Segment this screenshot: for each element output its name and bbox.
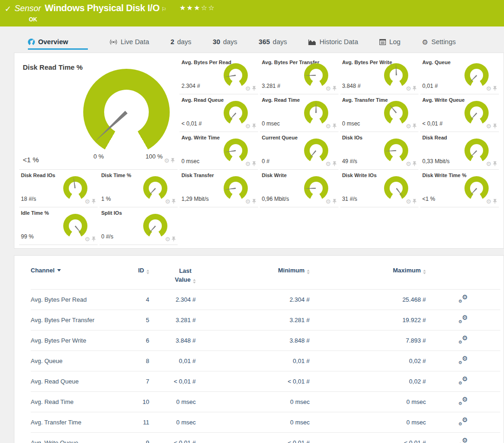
channel-settings-gears-icon[interactable]: ⚙⚙ [458,397,468,405]
pin-icon[interactable] [332,86,337,91]
mini-gauge-disk-time-pct[interactable]: Disk Time % 1 % ⚙ [99,170,178,207]
pin-icon[interactable] [92,199,96,204]
sort-icon [307,270,310,274]
tab-2-days[interactable]: 2 days [171,38,192,50]
mini-gauge-disk-write-time-pct[interactable]: Disk Write Time % <1 % ⚙ [420,170,499,207]
column-header-maximum[interactable]: Maximum [310,264,426,289]
gear-icon[interactable]: ⚙ [486,123,491,129]
gauge-value: 0 msec [342,120,360,127]
mini-gauge-avg-bytes-per-read[interactable]: Avg. Bytes Per Read 2.304 # ⚙ [179,57,258,94]
gear-icon[interactable]: ⚙ [325,161,331,167]
mini-gauge-avg-bytes-per-write[interactable]: Avg. Bytes Per Write 3.848 # ⚙ [340,57,419,94]
gear-icon[interactable]: ⚙ [245,86,251,92]
pin-icon[interactable] [172,199,176,204]
gear-icon[interactable]: ⚙ [245,161,251,167]
tab-live-data[interactable]: Live Data [109,38,149,50]
pin-icon[interactable] [412,86,417,91]
gear-icon[interactable]: ⚙ [85,236,90,242]
tab-log[interactable]: Log [379,38,400,50]
gear-icon[interactable]: ⚙ [325,86,331,92]
gear-icon[interactable]: ⚙ [406,86,411,92]
column-header-minimum[interactable]: Minimum [196,264,310,289]
tab-overview[interactable]: Overview [28,38,88,50]
pin-icon[interactable] [252,124,256,129]
gear-icon[interactable]: ⚙ [164,158,170,164]
pin-icon[interactable] [493,161,497,166]
gear-icon[interactable]: ⚙ [245,123,251,129]
pin-icon[interactable] [332,199,337,204]
pin-icon[interactable] [332,124,337,129]
gauge-value: 0 msec [262,120,280,127]
mini-gauge-disk-read[interactable]: Disk Read 0,33 Mbit/s ⚙ [420,132,499,170]
gauge-needle [308,150,316,160]
pin-icon[interactable] [493,199,497,204]
mini-gauge-split-ios[interactable]: Split IOs 0 #/s ⚙ [99,207,178,245]
main-gauge-disk-read-time[interactable]: Disk Read Time % 0 % 100 % <1 % ⚙ [19,57,178,170]
gauge-label: Avg. Bytes Per Read [181,60,231,65]
mini-gauge-disk-ios[interactable]: Disk IOs 49 #/s ⚙ [340,132,419,170]
gear-icon[interactable]: ⚙ [325,198,331,205]
pin-icon[interactable] [92,237,96,242]
pin-icon[interactable] [171,158,175,163]
mini-gauge-avg-transfer-time[interactable]: Avg. Transfer Time 0 msec ⚙ [340,94,419,132]
gear-icon[interactable]: ⚙ [486,86,491,92]
gear-icon[interactable]: ⚙ [165,236,171,242]
gear-icon[interactable]: ⚙ [406,161,411,167]
pin-icon[interactable] [172,237,176,242]
mini-gauge-disk-read-ios[interactable]: Disk Read IOs 18 #/s ⚙ [19,170,98,207]
channel-settings-gears-icon[interactable]: ⚙⚙ [458,295,468,303]
mini-gauge-avg-queue[interactable]: Avg. Queue 0,01 # ⚙ [420,57,499,94]
mini-gauge-avg-read-queue[interactable]: Avg. Read Queue < 0,01 # ⚙ [179,94,258,132]
mini-gauge-current-queue[interactable]: Current Queue 0 # ⚙ [260,132,338,170]
mini-gauge-avg-read-time[interactable]: Avg. Read Time 0 msec ⚙ [260,94,338,132]
gear-icon[interactable]: ⚙ [245,198,251,205]
channel-settings-gears-icon[interactable]: ⚙⚙ [458,417,468,426]
tab-settings[interactable]: ⚙ Settings [422,38,456,50]
mini-gauge-avg-write-queue[interactable]: Avg. Write Queue < 0,01 # ⚙ [420,94,499,132]
column-label: Last [179,267,192,274]
gauge-needle [224,188,236,191]
gauge-label: Disk Write [262,172,287,178]
column-header-last-value[interactable]: LastValue [149,264,196,289]
column-header-id[interactable]: ID [133,264,149,289]
mini-gauge-disk-write-ios[interactable]: Disk Write IOs 31 #/s ⚙ [340,170,419,207]
channel-id: 9 [133,432,149,443]
gear-icon[interactable]: ⚙ [325,123,331,129]
channel-settings-gears-icon[interactable]: ⚙⚙ [458,377,468,385]
channels-panel: Channel ID LastValue Minimum Maximum Avg… [14,255,504,443]
tab-30-days[interactable]: 30 days [213,38,238,50]
gear-icon[interactable]: ⚙ [486,161,491,167]
mini-gauge-avg-bytes-per-transfer[interactable]: Avg. Bytes Per Transfer 3.281 # ⚙ [260,57,338,94]
channel-settings-gears-icon[interactable]: ⚙⚙ [458,336,468,344]
gauge-label: Disk Write IOs [342,172,377,178]
priority-flag-icon[interactable]: ⚐ [161,6,166,13]
pin-icon[interactable] [412,161,417,166]
tab-historic-data[interactable]: Historic Data [308,38,358,50]
channel-last-value: 0 msec [149,412,196,432]
channel-settings-gears-icon[interactable]: ⚙⚙ [458,438,468,443]
pin-icon[interactable] [252,86,256,91]
gear-icon[interactable]: ⚙ [486,198,491,205]
gear-icon[interactable]: ⚙ [406,123,411,129]
column-header-channel[interactable]: Channel [31,264,133,289]
pin-icon[interactable] [412,124,417,129]
channel-settings-gears-icon[interactable]: ⚙⚙ [458,315,468,324]
gauge-label: Disk Time % [101,172,132,178]
pin-icon[interactable] [412,199,417,204]
mini-gauge-avg-write-time[interactable]: Avg. Write Time 0 msec ⚙ [179,132,258,170]
pin-icon[interactable] [493,86,497,91]
gear-icon[interactable]: ⚙ [85,198,90,205]
tab-365-days[interactable]: 365 days [259,38,287,50]
pin-icon[interactable] [493,124,497,129]
pin-icon[interactable] [252,161,256,166]
mini-gauge-disk-write[interactable]: Disk Write 0,96 Mbit/s ⚙ [260,170,338,207]
priority-stars[interactable]: ★★★☆☆ [179,4,215,12]
pin-icon[interactable] [332,161,337,166]
gear-icon[interactable]: ⚙ [406,198,411,205]
gauge-needle [147,225,156,235]
mini-gauge-idle-time-pct[interactable]: Idle Time % 99 % ⚙ [19,207,98,245]
mini-gauge-disk-transfer[interactable]: Disk Transfer 1,29 Mbit/s ⚙ [179,170,258,207]
pin-icon[interactable] [252,199,256,204]
gear-icon[interactable]: ⚙ [165,198,171,205]
channel-settings-gears-icon[interactable]: ⚙⚙ [458,356,468,364]
